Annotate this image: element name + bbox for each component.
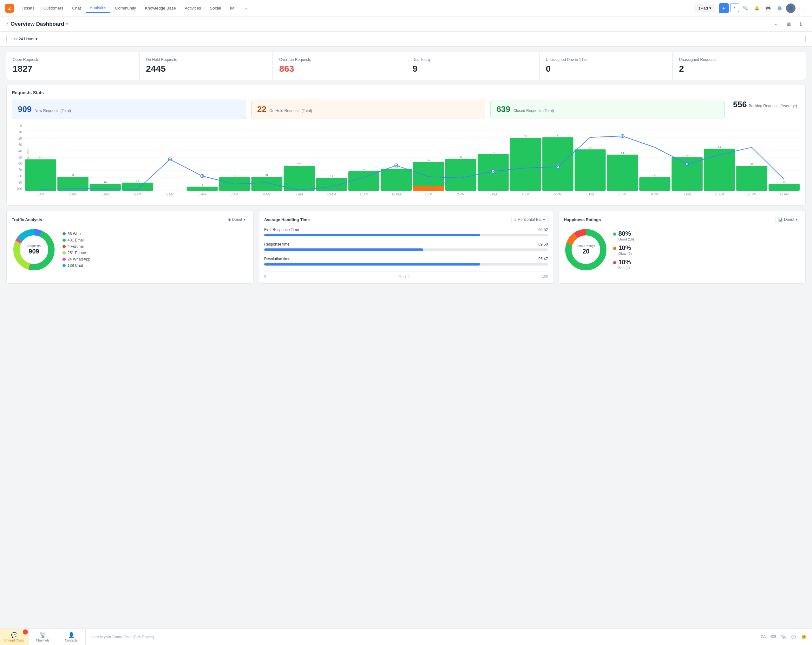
happiness-legend-item: 10% Okay (2) (613, 244, 634, 255)
svg-rect-46 (607, 155, 638, 191)
svg-point-71 (686, 164, 688, 165)
svg-rect-40 (510, 138, 541, 191)
notifications-icon[interactable]: 🔔 (752, 3, 762, 13)
overdue-requests-card: Overdue Requests 863 (273, 52, 406, 79)
overdue-value: 863 (279, 64, 399, 74)
svg-rect-42 (542, 138, 574, 191)
svg-rect-33 (413, 162, 444, 186)
happiness-donut: Total Ratings 20 (564, 228, 608, 272)
svg-rect-44 (575, 150, 606, 191)
nav-social[interactable]: Social (206, 4, 225, 12)
zpad-button[interactable]: zPad ▾ (695, 4, 715, 12)
unassigned-label: Unassigned Requests (679, 57, 799, 62)
svg-rect-19 (187, 186, 218, 191)
requests-summary: 909 New Requests (Total) 22 On Hold Requ… (12, 99, 800, 119)
apps-grid-icon[interactable]: ⋮⋮ (797, 3, 807, 13)
svg-text:80: 80 (556, 134, 559, 137)
svg-point-59 (169, 159, 171, 160)
traffic-chart-type[interactable]: ◉ Donut ▾ (225, 216, 248, 223)
traffic-legend-item: 56 Web (63, 232, 90, 236)
traffic-legend-item: 431 Email (63, 238, 90, 242)
traffic-legend-item: 138 Chat (63, 263, 90, 268)
search-icon[interactable]: 🔍 (740, 3, 751, 13)
svg-text:48: 48 (459, 156, 462, 158)
open-requests-value: 1827 (13, 64, 133, 74)
onhold-requests-num: 22 (257, 104, 266, 114)
page-title[interactable]: Overview Dashboard ▾ (11, 21, 68, 27)
handling-row: First Response Time 95:52 (264, 228, 548, 236)
requests-stats-section: Requests Stats 909 New Requests (Total) … (6, 85, 806, 206)
svg-text:79: 79 (524, 135, 527, 138)
requests-stats-title: Requests Stats (12, 90, 800, 95)
unassigned-1hr-label: Unassigned Due in 1 hour (546, 57, 666, 62)
svg-rect-23 (251, 177, 282, 191)
chart-y-axis: 100 90 80 70 60 50 40 30 20 10 0 (12, 124, 24, 191)
svg-text:37: 37 (751, 163, 753, 166)
requests-chart: 100 90 80 70 60 50 40 30 20 10 0 TICKETS… (12, 124, 800, 200)
handling-row: Resolution time 95:47 (264, 257, 548, 266)
svg-text:36: 36 (427, 159, 430, 162)
svg-text:12: 12 (136, 180, 139, 182)
top-navigation: Z Tickets Customers Chat Analytics Commu… (0, 0, 812, 17)
user-avatar[interactable]: 👤 (786, 3, 795, 13)
on-hold-requests-card: On Hold Requests 2445 (140, 52, 272, 79)
handling-title: Average Handling Time (264, 217, 310, 222)
traffic-header: Traffic Analysis ◉ Donut ▾ (12, 216, 248, 223)
svg-text:54: 54 (621, 152, 624, 154)
analytics-panels: Traffic Analysis ◉ Donut ▾ Requests 909 … (6, 211, 806, 284)
svg-text:47: 47 (39, 156, 42, 159)
svg-point-63 (395, 165, 397, 166)
svg-text:63: 63 (718, 146, 721, 148)
svg-rect-11 (25, 159, 56, 191)
more-actions-button[interactable]: ··· (772, 19, 781, 29)
svg-point-69 (622, 136, 623, 137)
handling-chart-type[interactable]: ≡ Horizontal Bar ▾ (511, 216, 548, 223)
closed-requests-box: 639 Closed Requests (Total) (490, 99, 725, 119)
nav-knowledge-base[interactable]: Knowledge Base (141, 4, 180, 12)
back-button[interactable]: ‹ (6, 21, 8, 27)
svg-text:62: 62 (589, 146, 592, 149)
create-button[interactable]: + (719, 3, 729, 13)
chart-x-axis: 1 AM2 AM3 AM4 AM5 AM6 AM7 AM8 AM9 AM10 A… (24, 193, 800, 200)
svg-point-67 (557, 166, 559, 167)
nav-customers[interactable]: Customers (40, 4, 67, 12)
unassigned-1hr-value: 0 (546, 64, 666, 74)
filter-bar: Last 24 Hours ▾ (0, 32, 812, 47)
due-today-card: Due Today 9 (406, 52, 539, 79)
gamepad-icon[interactable]: 🎮 (763, 3, 773, 13)
handling-time-panel: Average Handling Time ≡ Horizontal Bar ▾… (259, 211, 554, 284)
svg-rect-27 (316, 178, 347, 191)
settings-icon[interactable]: ⚙️ (775, 3, 785, 13)
backlog-desc: Backlog Requests (Average) (749, 104, 797, 108)
closed-requests-num: 639 (496, 104, 510, 114)
traffic-title: Traffic Analysis (12, 217, 42, 222)
nav-im[interactable]: IM (226, 4, 238, 12)
traffic-legend-item: 4 Forums (63, 244, 90, 249)
svg-text:20: 20 (233, 174, 236, 177)
svg-rect-36 (445, 159, 476, 191)
info-button[interactable]: ℹ (796, 19, 806, 29)
page-title-caret: ▾ (66, 22, 68, 26)
svg-text:55: 55 (491, 151, 495, 154)
happiness-chart-type[interactable]: 📊 Donut ▾ (775, 216, 800, 223)
on-hold-label: On Hold Requests (146, 57, 266, 62)
handling-row: Response time 69:50 (264, 242, 548, 251)
nav-community[interactable]: Community (111, 4, 140, 12)
time-filter-button[interactable]: Last 24 Hours ▾ (6, 35, 806, 43)
nav-more[interactable]: ··· (240, 4, 251, 12)
svg-rect-56 (769, 184, 800, 191)
expand-button[interactable]: ⊠ (784, 19, 794, 29)
create-more-button[interactable]: ▾ (730, 3, 739, 12)
nav-analytics[interactable]: Analytics (86, 3, 110, 13)
svg-text:20: 20 (653, 174, 656, 177)
svg-point-61 (202, 176, 203, 177)
svg-text:50: 50 (686, 154, 688, 157)
nav-activities[interactable]: Activities (181, 4, 205, 12)
new-requests-num: 909 (18, 104, 31, 114)
nav-chat[interactable]: Chat (69, 4, 85, 12)
happiness-content: Total Ratings 20 80% Good (16) 10% Okay … (564, 228, 800, 272)
happiness-title: Happiness Ratings (564, 217, 601, 222)
due-today-value: 9 (413, 64, 533, 74)
handling-footer: 0 ◁ hrs ▷ 100 (264, 271, 548, 278)
nav-tickets[interactable]: Tickets (18, 4, 38, 12)
